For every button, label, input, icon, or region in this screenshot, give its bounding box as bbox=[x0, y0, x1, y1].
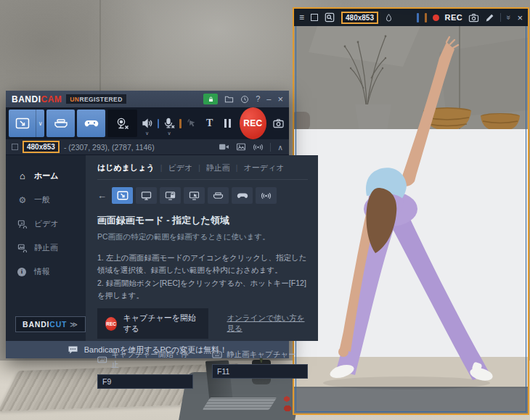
instruction-steps: 1. 左上の画面録画モードのアイコンをクリックし、指定した領域を選択後、録画した… bbox=[97, 252, 308, 302]
folder-icon[interactable] bbox=[224, 95, 234, 103]
size-annotation: 480x853 bbox=[341, 12, 378, 24]
tab-audio[interactable]: オーディオ bbox=[243, 162, 284, 173]
webcam-toggle-button[interactable] bbox=[107, 110, 137, 137]
speech-bubble-icon bbox=[68, 345, 78, 355]
rec-button[interactable]: REC bbox=[240, 107, 266, 139]
bandicam-window: BANDICAM UNREGISTERED ? – × bbox=[6, 91, 289, 358]
register-lock-button[interactable] bbox=[203, 94, 218, 104]
bandicut-button[interactable]: BANDICUT ≫ bbox=[15, 316, 86, 332]
tab-get-started[interactable]: はじめましょう bbox=[97, 162, 155, 173]
sidebar-item-home[interactable]: ⌂ ホーム bbox=[6, 164, 86, 188]
game-controller-icon bbox=[84, 119, 99, 128]
video-file-icon[interactable] bbox=[219, 143, 229, 151]
game-recording-mode-button[interactable] bbox=[77, 110, 105, 137]
mode-game-button[interactable] bbox=[232, 187, 253, 204]
minimize-button[interactable]: – bbox=[266, 95, 271, 103]
magnifier-square-icon[interactable] bbox=[325, 12, 335, 22]
square-icon[interactable] bbox=[311, 14, 318, 21]
broadcast-icon bbox=[261, 192, 272, 200]
hotkey-start-stop: キャプチャー開始・停止 bbox=[97, 350, 193, 389]
mouse-effect-button[interactable] bbox=[184, 110, 200, 137]
pause-icon bbox=[224, 119, 231, 128]
region-coordinates: - (2307, 293), (2787, 1146) bbox=[64, 143, 155, 152]
hdmi-device-icon bbox=[213, 192, 224, 199]
hotkey-start-stop-input[interactable] bbox=[97, 374, 193, 389]
speaker-toggle-button[interactable]: ∨ bbox=[139, 110, 155, 137]
gray-pot bbox=[294, 112, 310, 131]
tab-video[interactable]: ビデオ bbox=[168, 162, 192, 173]
hotkey-screenshot: 静止画キャプチャー bbox=[212, 350, 308, 389]
hdmi-device-icon bbox=[54, 118, 68, 128]
mode-around-mouse-button[interactable] bbox=[184, 187, 205, 204]
text-overlay-button[interactable]: T bbox=[202, 110, 218, 137]
camera-icon[interactable] bbox=[468, 13, 479, 22]
toolbar-divider bbox=[270, 143, 271, 152]
broadcast-icon[interactable] bbox=[253, 143, 264, 152]
tab-divider: | bbox=[198, 164, 200, 172]
hotkey-section: キャプチャー開始・停止 静止画キャプチャー bbox=[97, 350, 308, 389]
main-toolbar: ∨ ∨ bbox=[6, 107, 289, 139]
laptop-keyboard bbox=[203, 398, 277, 410]
online-guide-link[interactable]: オンラインで使い方を見る bbox=[227, 313, 309, 334]
keyboard-icon bbox=[212, 351, 222, 358]
capture-info-row: 480x853 - (2307, 293), (2787, 1146) ∧ bbox=[6, 139, 289, 155]
pause-button[interactable] bbox=[220, 110, 236, 137]
monitor-lock-icon bbox=[165, 191, 176, 200]
keyboard-icon bbox=[97, 356, 107, 363]
screen-recording-mode-button[interactable]: ∨ bbox=[9, 110, 44, 137]
capture-region-frame[interactable]: ≡ 480x853 REC » × bbox=[293, 7, 529, 415]
main-content: はじめましょう | ビデオ | 静止画 | オーディオ ← bbox=[86, 155, 318, 341]
close-icon[interactable]: × bbox=[517, 13, 523, 22]
mic-off-icon bbox=[163, 118, 176, 129]
chevron-double-down-icon[interactable]: » bbox=[505, 15, 513, 20]
chevron-down-icon[interactable]: ∨ bbox=[168, 131, 171, 136]
unregistered-badge: UNREGISTERED bbox=[66, 94, 126, 104]
mode-audio-button[interactable] bbox=[256, 187, 277, 204]
speaker-level-meter bbox=[158, 119, 160, 128]
sidebar-item-info[interactable]: i 情報 bbox=[6, 260, 86, 284]
mode-device-button[interactable] bbox=[208, 187, 229, 204]
pencil-icon[interactable] bbox=[485, 13, 494, 22]
webcam-off-icon bbox=[114, 117, 130, 130]
lock-icon bbox=[208, 96, 214, 103]
sidebar-item-video[interactable]: ビデオ bbox=[6, 212, 86, 236]
image-settings-icon bbox=[17, 244, 28, 252]
gear-icon: ⚙ bbox=[17, 196, 28, 205]
mode-region-button[interactable] bbox=[112, 187, 133, 204]
hamburger-icon[interactable]: ≡ bbox=[299, 13, 304, 22]
screenshot-button[interactable] bbox=[270, 110, 286, 137]
drop-icon[interactable] bbox=[385, 13, 393, 22]
sidebar-item-image[interactable]: 静止画 bbox=[6, 236, 86, 260]
help-icon[interactable]: ? bbox=[256, 95, 260, 103]
clock-icon[interactable] bbox=[240, 95, 249, 104]
hotkey-screenshot-input[interactable] bbox=[212, 364, 308, 379]
mode-heading: 画面録画モード - 指定した領域 bbox=[97, 214, 308, 227]
start-capture-button[interactable]: REC キャプチャーを開始する bbox=[97, 308, 208, 339]
chevron-down-icon[interactable]: ∨ bbox=[145, 131, 149, 136]
audio-level-meter bbox=[417, 13, 419, 22]
mode-fullscreen-button[interactable] bbox=[136, 187, 157, 204]
captured-video-frame bbox=[294, 9, 528, 413]
tab-divider: | bbox=[236, 164, 238, 172]
region-select-icon bbox=[15, 118, 30, 129]
size-annotation: 480x853 bbox=[23, 141, 60, 153]
tab-image[interactable]: 静止画 bbox=[206, 162, 230, 173]
info-icon: i bbox=[17, 268, 28, 276]
window-close-button[interactable]: × bbox=[277, 94, 283, 104]
chevron-down-icon[interactable]: ∨ bbox=[36, 110, 44, 137]
double-arrow-icon: ≫ bbox=[70, 320, 78, 329]
back-arrow-button[interactable]: ← bbox=[97, 190, 107, 201]
region-rec-button[interactable]: REC bbox=[445, 13, 463, 22]
app-logo: BANDICAM bbox=[12, 94, 62, 104]
mode-fullscreen-lock-button[interactable] bbox=[160, 187, 181, 204]
mode-description: PC画面の特定の範囲を録画するときに使います。 bbox=[97, 232, 308, 242]
image-file-icon[interactable] bbox=[236, 143, 246, 151]
window-titlebar[interactable]: BANDICAM UNREGISTERED ? – × bbox=[6, 91, 289, 107]
region-checkbox[interactable] bbox=[12, 144, 18, 150]
sidebar-item-general[interactable]: ⚙ 一般 bbox=[6, 188, 86, 212]
collapse-panel-button[interactable]: ∧ bbox=[277, 143, 283, 152]
mic-toggle-button[interactable]: ∨ bbox=[161, 110, 177, 137]
device-recording-mode-button[interactable] bbox=[46, 110, 75, 137]
monitor-icon bbox=[141, 191, 152, 200]
rec-badge-icon: REC bbox=[105, 317, 117, 331]
